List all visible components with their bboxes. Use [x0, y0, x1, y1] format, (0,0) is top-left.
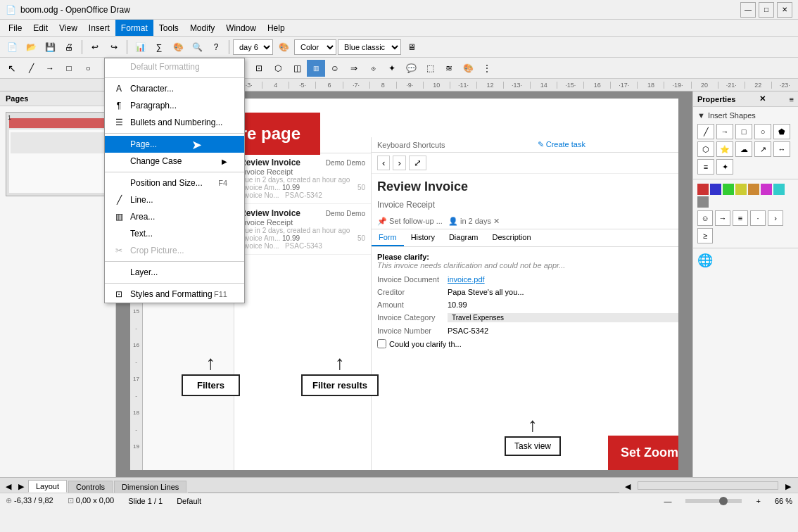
print-button[interactable]: 🖨 — [60, 39, 78, 56]
menu-modify[interactable]: Modify — [184, 20, 220, 36]
tab-controls[interactable]: Controls — [68, 481, 113, 493]
properties-menu-button[interactable]: ≡ — [790, 95, 794, 103]
menu-view[interactable]: View — [53, 20, 83, 36]
value-invoice-doc[interactable]: invoice.pdf — [448, 275, 678, 284]
shape-lines-btn[interactable]: ≡ — [697, 159, 714, 175]
horizontal-scroll-left[interactable]: ◀ — [621, 481, 635, 493]
dot-prop-btn[interactable]: · — [750, 210, 766, 226]
formula-button[interactable]: ∑ — [150, 39, 168, 56]
shape-double-arrow-btn[interactable]: ↔ — [773, 141, 790, 157]
close-button[interactable]: ✕ — [777, 2, 792, 18]
expand-button[interactable]: ⤢ — [409, 156, 426, 170]
undo-button[interactable]: ↩ — [86, 39, 104, 56]
callout-button[interactable]: 💬 — [402, 60, 420, 77]
page-select[interactable]: day 6 — [233, 39, 273, 55]
zoom-in-button[interactable]: 🔍 — [188, 39, 206, 56]
smiley-button[interactable]: ☺ — [326, 60, 344, 77]
collapse-icon[interactable]: ▼ — [697, 111, 705, 120]
color-gray[interactable] — [697, 196, 709, 208]
prev-task-button[interactable]: ‹ — [377, 156, 390, 170]
shape-diag-arrow-btn[interactable]: ↗ — [754, 141, 771, 157]
color-yellow[interactable] — [735, 184, 747, 195]
menu-line[interactable]: ╱ Line... — [105, 191, 244, 208]
zoom-out-button[interactable]: — — [664, 497, 671, 505]
follow-up-button[interactable]: 📌 Set follow-up ... — [377, 217, 443, 226]
scroll-tabs-left[interactable]: ◀ — [3, 481, 14, 493]
shadow-button[interactable]: ◫ — [288, 60, 306, 77]
tab-history[interactable]: History — [404, 229, 442, 246]
shape-hex-btn[interactable]: ⬡ — [697, 141, 714, 157]
flowchart-button[interactable]: ⟐ — [364, 60, 382, 77]
color-button[interactable]: 🎨 — [169, 39, 187, 56]
menu-edit[interactable]: Edit — [27, 20, 53, 36]
smiley-prop-btn[interactable]: ☺ — [697, 210, 713, 226]
menu-tools[interactable]: Tools — [153, 20, 184, 36]
toggle-button[interactable]: ≋ — [440, 60, 458, 77]
menu-file[interactable]: File — [3, 20, 27, 36]
menu-text[interactable]: Text... — [105, 225, 244, 242]
menu-position-size[interactable]: Position and Size... F4 — [105, 175, 244, 191]
eq-prop-btn[interactable]: ≡ — [733, 210, 748, 226]
menu-insert[interactable]: Insert — [83, 20, 115, 36]
style-select[interactable]: Blue classic — [338, 39, 401, 55]
tab-dimension-lines[interactable]: Dimension Lines — [114, 481, 186, 493]
menu-styles-formatting[interactable]: ⊡ Styles and Formatting F11 — [105, 286, 244, 303]
chart-button[interactable]: 📊 — [131, 39, 149, 56]
minimize-button[interactable]: — — [740, 2, 756, 18]
properties-close-button[interactable]: ✕ — [759, 94, 766, 103]
scroll-tabs-right[interactable]: ▶ — [15, 481, 27, 493]
shape-cloud-btn[interactable]: ☁ — [735, 141, 752, 157]
clarify-checkbox[interactable] — [377, 339, 386, 348]
select-button[interactable]: ↖ — [3, 60, 21, 77]
color-green[interactable] — [723, 184, 734, 195]
more-button[interactable]: ⋮ — [478, 60, 496, 77]
geq-prop-btn[interactable]: ≥ — [697, 228, 713, 243]
zoom-slider-thumb[interactable] — [719, 497, 728, 505]
zoom-in-button[interactable]: + — [756, 497, 760, 505]
arrow-button[interactable]: → — [41, 60, 59, 77]
tab-description[interactable]: Description — [485, 229, 538, 246]
eyedropper-button[interactable]: 🎨 — [274, 39, 293, 56]
color2-button[interactable]: 🎨 — [459, 60, 477, 77]
shape-diamond-btn[interactable]: ⬟ — [773, 124, 790, 139]
color-blue[interactable] — [710, 184, 721, 195]
menu-page[interactable]: Page... ➤ — [105, 136, 244, 153]
help-button[interactable]: ? — [207, 39, 225, 56]
ungroup-button[interactable]: ⊡ — [250, 60, 268, 77]
horizontal-scrollbar[interactable] — [638, 481, 778, 490]
color-red[interactable] — [697, 184, 709, 195]
create-task-link[interactable]: ✎ Create task — [538, 140, 585, 149]
page-thumbnail[interactable]: 1 — [6, 112, 110, 196]
color-scheme-select[interactable]: Color — [294, 39, 336, 55]
menu-paragraph[interactable]: ¶ Paragraph... — [105, 97, 244, 114]
menu-format[interactable]: Format — [115, 20, 153, 36]
shape-line-btn[interactable]: ╱ — [697, 124, 714, 139]
next-task-button[interactable]: › — [393, 156, 405, 170]
shape-ellipse-btn[interactable]: ○ — [754, 124, 771, 139]
tab-layout[interactable]: Layout — [28, 480, 67, 493]
new-button[interactable]: 📄 — [3, 39, 21, 56]
gt-prop-btn[interactable]: › — [768, 210, 783, 226]
ellipse-button[interactable]: ○ — [79, 60, 97, 77]
arrow-prop-btn[interactable]: → — [715, 210, 730, 226]
tab-diagram[interactable]: Diagram — [442, 229, 486, 246]
rect-button[interactable]: □ — [60, 60, 78, 77]
tab-form[interactable]: Form — [372, 229, 404, 246]
monitor-button[interactable]: 🖥 — [403, 39, 421, 56]
taborder-button[interactable]: ⬡ — [269, 60, 287, 77]
maximize-button[interactable]: □ — [759, 2, 774, 18]
open-button[interactable]: 📂 — [22, 39, 40, 56]
menu-layer[interactable]: Layer... — [105, 264, 244, 281]
task-item-1[interactable]: Review Invoice Demo Demo Invoice Receipt… — [234, 153, 371, 204]
menu-help[interactable]: Help — [262, 20, 291, 36]
horizontal-scroll-right[interactable]: ▶ — [781, 481, 795, 493]
star-button[interactable]: ✦ — [383, 60, 401, 77]
zoom-slider-track[interactable] — [685, 499, 742, 503]
shape-sparkle-btn[interactable]: ✦ — [716, 159, 733, 175]
menu-bullets-numbering[interactable]: ☰ Bullets and Numbering... — [105, 114, 244, 131]
redo-button[interactable]: ↪ — [105, 39, 123, 56]
menu-window[interactable]: Window — [220, 20, 262, 36]
shape-star-btn[interactable]: ⭐ — [716, 141, 733, 157]
fill-button[interactable]: ▥ — [307, 60, 325, 77]
close-detail-button[interactable]: … — [678, 141, 678, 149]
